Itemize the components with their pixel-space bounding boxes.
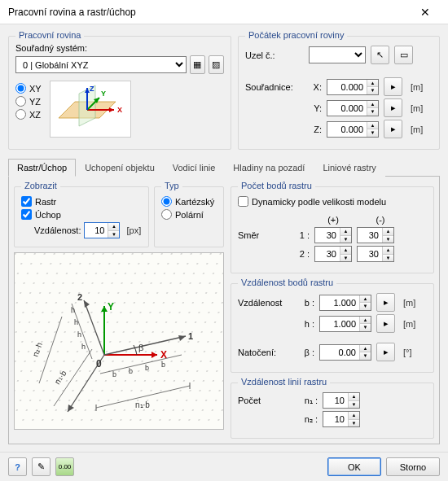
dist-b-unit: [m] <box>403 298 415 308</box>
dist-h-extra-button[interactable]: ▸ <box>376 314 395 333</box>
coord-system-label: Souřadný systém: <box>15 43 224 53</box>
plus-header: (+) <box>310 215 357 225</box>
node-label: Uzel č.: <box>245 50 304 60</box>
edit-button[interactable]: ✎ <box>32 457 51 476</box>
svg-rect-13 <box>15 253 224 430</box>
node-new-button[interactable]: ▭ <box>394 46 413 64</box>
dist-h-unit: [m] <box>403 319 415 329</box>
svg-text:h: h <box>81 343 86 351</box>
coords-label: Souřadnice: <box>245 82 304 92</box>
dist-b-extra-button[interactable]: ▸ <box>376 293 395 312</box>
dist-label: Vzdálenost <box>238 298 292 308</box>
minus-header: (-) <box>357 215 404 225</box>
tab-rastr-uchop[interactable]: Rastr/Úchop <box>8 159 76 177</box>
cancel-button[interactable]: Storno <box>386 457 440 476</box>
tab-liniove-rastry[interactable]: Liniové rastry <box>314 159 384 177</box>
svg-text:b: b <box>129 367 133 375</box>
origin-x-unit: [m] <box>411 82 423 92</box>
svg-text:0: 0 <box>96 358 102 369</box>
node-pick-button[interactable]: ↖ <box>371 46 389 64</box>
vzdalenost-label: Vzdálenost: <box>34 225 81 235</box>
tab-vodici-linie[interactable]: Vodicí linie <box>164 159 225 177</box>
coord-system-new-button[interactable]: ▦ <box>190 55 205 74</box>
origin-z-input[interactable]: ▲▼ <box>327 121 379 138</box>
svg-text:b: b <box>112 370 116 378</box>
svg-text:1: 1 <box>188 331 193 341</box>
type-kart-radio[interactable]: Kartézský <box>161 196 217 207</box>
x-label: X: <box>309 82 322 92</box>
plane-yz-radio[interactable]: YZ <box>15 96 42 107</box>
count-label: Počet <box>238 396 292 405</box>
plane-xy-radio[interactable]: XY <box>15 83 42 94</box>
uchop-checkbox[interactable]: Úchop <box>21 209 142 220</box>
tab-uchopeni-objektu[interactable]: Uchopení objektu <box>76 159 164 177</box>
origin-y-extra-button[interactable]: ▸ <box>384 98 402 117</box>
n1-label: n₁ : <box>296 396 318 406</box>
coord-system-edit-button[interactable]: ▨ <box>209 55 224 74</box>
n2-label: n₂ : <box>296 414 318 425</box>
svg-text:h: h <box>74 318 78 326</box>
dir1-label: 1 : <box>292 230 310 240</box>
vzdalenost-unit: [px] <box>126 225 141 235</box>
dynamic-checkbox[interactable]: Dynamicky podle velikosti modelu <box>238 196 427 207</box>
lines-n1-input[interactable]: ▲▼ <box>323 392 360 409</box>
tab-hladiny-na-pozadi[interactable]: Hladiny na pozadí <box>224 159 314 177</box>
origin-z-extra-button[interactable]: ▸ <box>384 120 402 138</box>
beta-label: β : <box>296 348 314 357</box>
dist-b-input[interactable]: ▲▼ <box>319 295 371 311</box>
workplane-group-title: Pracovní rovina <box>15 30 84 40</box>
origin-y-input[interactable]: ▲▼ <box>327 100 379 116</box>
z-label: Z: <box>309 125 322 134</box>
svg-text:h: h <box>77 330 81 339</box>
dist-beta-input[interactable]: ▲▼ <box>319 344 371 361</box>
options-button[interactable]: 0.00 <box>55 457 74 476</box>
svg-text:Z: Z <box>90 85 94 93</box>
close-icon[interactable]: ✕ <box>409 6 441 19</box>
svg-text:b: b <box>145 364 149 372</box>
lines-group-title: Vzdálenost linií rastru <box>238 377 330 387</box>
h-label: h : <box>296 319 314 329</box>
b-label: b : <box>296 298 314 308</box>
rastr-checkbox[interactable]: Rastr <box>21 196 142 207</box>
dir-label: Směr <box>238 230 287 240</box>
y-label: Y: <box>309 103 322 113</box>
window-title: Pracovní rovina a rastr/úchop <box>8 7 409 18</box>
coord-system-select[interactable]: 0 | Globální XYZ <box>15 56 187 73</box>
svg-text:β: β <box>138 343 143 352</box>
plane-xz-radio[interactable]: XZ <box>15 109 42 120</box>
svg-marker-3 <box>109 107 114 112</box>
display-group-title: Zobrazit <box>21 181 60 190</box>
svg-text:X: X <box>117 106 122 114</box>
dist-h-input[interactable]: ▲▼ <box>319 316 371 332</box>
origin-x-input[interactable]: ▲▼ <box>327 79 379 95</box>
svg-text:2: 2 <box>77 292 82 302</box>
grid-preview: X Y 2 1 0 <box>14 252 224 430</box>
origin-x-extra-button[interactable]: ▸ <box>384 77 402 96</box>
points-group-title: Počet bodů rastru <box>238 181 315 190</box>
plane-preview-image: X Y Z <box>50 81 131 138</box>
origin-y-unit: [m] <box>411 103 423 113</box>
lines-n2-input[interactable]: ▲▼ <box>323 411 360 427</box>
svg-text:h: h <box>71 306 75 314</box>
type-polar-radio[interactable]: Polární <box>161 209 217 220</box>
dist-beta-extra-button[interactable]: ▸ <box>376 343 395 361</box>
dir1-minus-input[interactable]: ▲▼ <box>357 227 394 243</box>
origin-group-title: Počátek pracovní roviny <box>245 30 347 40</box>
svg-text:Y: Y <box>101 90 106 98</box>
dist-beta-unit: [°] <box>403 348 412 357</box>
rot-label: Natočení: <box>238 348 292 357</box>
type-group-title: Typ <box>161 181 182 190</box>
dir2-plus-input[interactable]: ▲▼ <box>314 246 352 262</box>
vzdalenost-input[interactable]: ▲▼ <box>84 222 120 238</box>
dir1-plus-input[interactable]: ▲▼ <box>314 227 352 243</box>
node-select[interactable] <box>309 46 366 63</box>
svg-text:n₁·b: n₁·b <box>135 400 150 409</box>
svg-text:b: b <box>161 361 165 369</box>
dist-group-title: Vzdálenost bodů rastru <box>238 278 336 287</box>
help-button[interactable]: ? <box>8 457 27 476</box>
ok-button[interactable]: OK <box>327 457 381 476</box>
svg-text:Y: Y <box>108 301 114 313</box>
dir2-label: 2 : <box>292 249 310 259</box>
origin-z-unit: [m] <box>411 125 423 134</box>
dir2-minus-input[interactable]: ▲▼ <box>357 246 394 262</box>
